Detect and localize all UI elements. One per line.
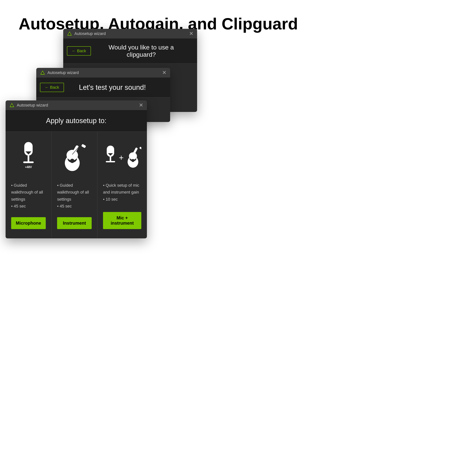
microphone-icon-area: +48V — [19, 139, 38, 176]
autosetup-window: Autosetup wizard ✕ Apply autosetup to: — [6, 101, 147, 238]
autosetup-header: Apply autosetup to: — [6, 110, 147, 132]
autosetup-option-instrument: Guided walkthrough of all settings 45 se… — [51, 132, 97, 238]
mic-instrument-bullet-1: Quick setup of mic and instrument gain — [103, 182, 141, 196]
svg-rect-13 — [28, 156, 29, 162]
autosetup-options-container: +48V Guided walkthrough of all settings … — [6, 132, 147, 238]
app-logo-icon-3 — [9, 103, 15, 108]
mic-instrument-button[interactable]: Mic + instrument — [103, 212, 141, 229]
test-main-title: Let's test your sound! — [69, 84, 166, 91]
svg-rect-24 — [110, 157, 111, 161]
instrument-bullet-list: Guided walkthrough of all settings 45 se… — [57, 182, 92, 217]
svg-text:+48V: +48V — [25, 166, 32, 169]
clipguard-header: ← Back Would you like to use a clipguard… — [63, 38, 197, 64]
svg-rect-30 — [139, 147, 141, 150]
autosetup-option-microphone: +48V Guided walkthrough of all settings … — [6, 132, 51, 238]
guitar-small-icon — [125, 145, 141, 171]
instrument-button[interactable]: Instrument — [57, 217, 92, 229]
app-logo-icon — [67, 31, 72, 36]
microphone-button[interactable]: Microphone — [11, 217, 46, 229]
clipguard-close-button[interactable]: ✕ — [189, 31, 193, 36]
instrument-bullet-1: Guided walkthrough of all settings — [57, 182, 92, 203]
clipguard-window-title: Autosetup wizard — [74, 31, 106, 36]
svg-point-21 — [70, 159, 74, 163]
microphone-bullet-2: 45 sec — [11, 203, 46, 210]
guitar-icon — [60, 143, 89, 172]
autosetup-main-title: Apply autosetup to: — [46, 117, 106, 125]
microphone-bullet-list: Guided walkthrough of all settings 45 se… — [11, 182, 46, 217]
clipguard-back-button[interactable]: ← Back — [67, 46, 91, 56]
microphone-icon: +48V — [19, 141, 38, 174]
svg-rect-14 — [23, 161, 34, 163]
test-window-title: Autosetup wizard — [47, 70, 79, 75]
app-logo-icon-2 — [40, 70, 45, 75]
microphone-bullet-1: Guided walkthrough of all settings — [11, 182, 46, 203]
mic-instrument-bullet-list: Quick setup of mic and instrument gain 1… — [103, 182, 141, 210]
svg-point-31 — [132, 159, 135, 162]
svg-rect-20 — [81, 144, 86, 148]
instrument-bullet-2: 45 sec — [57, 203, 92, 210]
mic-instrument-icon-area: + — [103, 139, 141, 176]
test-titlebar: Autosetup wizard ✕ — [36, 68, 170, 78]
guitar-icon-area — [60, 139, 89, 176]
svg-rect-25 — [106, 161, 115, 162]
plus-icon: + — [119, 153, 124, 162]
clipguard-question-title: Would you like to use a clipguard? — [97, 44, 193, 58]
mic-small-icon — [103, 145, 118, 171]
autosetup-close-button[interactable]: ✕ — [139, 103, 143, 108]
test-back-button[interactable]: ← Back — [40, 83, 64, 92]
test-close-button[interactable]: ✕ — [162, 70, 166, 75]
test-header: ← Back Let's test your sound! — [36, 78, 170, 97]
mic-instrument-bullet-2: 10 sec — [103, 196, 141, 203]
autosetup-titlebar: Autosetup wizard ✕ — [6, 101, 147, 110]
clipguard-titlebar: Autosetup wizard ✕ — [63, 29, 197, 38]
autosetup-window-title: Autosetup wizard — [17, 103, 48, 108]
autosetup-option-mic-instrument: + Quick setup of mic and instrument gain… — [97, 132, 147, 238]
